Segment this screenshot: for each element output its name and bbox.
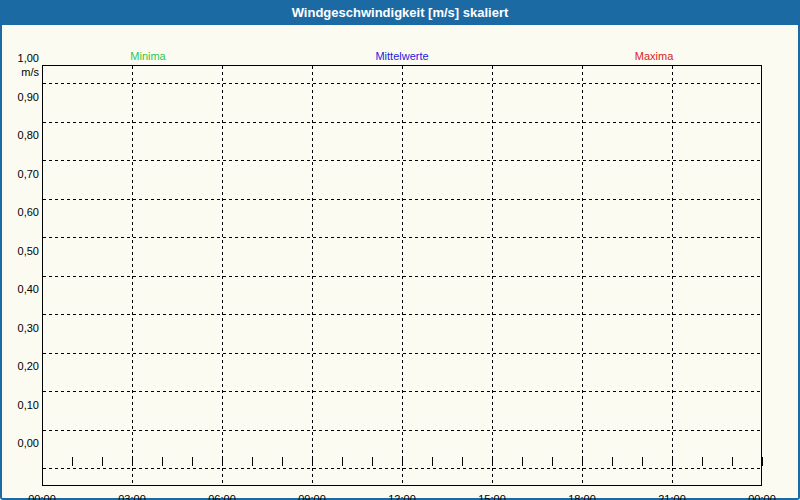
x-axis-minor-tick <box>252 457 253 466</box>
legend-maxima: Maxima <box>635 49 674 63</box>
x-axis-minor-tick <box>642 457 643 466</box>
x-axis-minor-tick <box>522 457 523 466</box>
x-axis-minor-tick <box>582 457 583 466</box>
plot-area <box>42 65 762 486</box>
x-axis-minor-tick <box>402 457 403 466</box>
x-axis-minor-tick <box>72 457 73 466</box>
x-axis-minor-tick <box>672 457 673 466</box>
x-gridline <box>492 66 493 485</box>
x-tick-time-label: 12:00 <box>367 493 437 500</box>
y-tick-label: 0,90 <box>2 90 39 104</box>
x-gridline <box>132 66 133 485</box>
x-gridline <box>672 66 673 485</box>
y-tick-label: 0,40 <box>2 282 39 296</box>
x-axis-minor-tick <box>702 457 703 466</box>
x-tick-time-label: 15:00 <box>457 493 527 500</box>
x-axis-minor-tick <box>732 457 733 466</box>
chart-panel: Minima Mittelwerte Maxima m/s 1,000,900,… <box>0 25 800 500</box>
x-axis-minor-tick <box>132 457 133 466</box>
x-axis-minor-tick <box>552 457 553 466</box>
y-tick-label: 1,00 <box>2 51 39 65</box>
y-tick-label: 0,00 <box>2 436 39 450</box>
x-axis-minor-tick <box>462 457 463 466</box>
x-axis-minor-tick <box>612 457 613 466</box>
chart-window: Windgeschwindigkeit [m/s] skaliert Minim… <box>0 0 800 500</box>
y-axis-unit-label: m/s <box>2 65 39 79</box>
x-tick-time-label: 03:00 <box>97 493 167 500</box>
y-tick-label: 0,30 <box>2 321 39 335</box>
x-gridline <box>222 66 223 485</box>
x-gridline <box>582 66 583 485</box>
y-tick-label: 0,20 <box>2 359 39 373</box>
x-axis-minor-tick <box>102 457 103 466</box>
y-tick-label: 0,80 <box>2 128 39 142</box>
x-axis-minor-tick <box>372 457 373 466</box>
x-axis-minor-tick <box>282 457 283 466</box>
x-axis-minor-tick <box>42 457 43 466</box>
y-tick-label: 0,50 <box>2 244 39 258</box>
x-gridline <box>402 66 403 485</box>
x-tick-time-label: 00:00 <box>7 493 77 500</box>
x-axis-minor-tick <box>162 457 163 466</box>
x-axis-minor-tick <box>312 457 313 466</box>
y-tick-label: 0,60 <box>2 205 39 219</box>
x-tick-time-label: 06:00 <box>187 493 257 500</box>
x-axis-minor-tick <box>432 457 433 466</box>
x-axis-minor-tick <box>762 457 763 466</box>
x-axis-minor-tick <box>222 457 223 466</box>
x-gridline <box>312 66 313 485</box>
x-axis-minor-tick <box>192 457 193 466</box>
window-title: Windgeschwindigkeit [m/s] skaliert <box>0 0 800 25</box>
legend-minima: Minima <box>130 49 165 63</box>
x-tick-time-label: 00:00 <box>727 493 797 500</box>
x-tick-time-label: 21:00 <box>637 493 707 500</box>
legend-mittelwerte: Mittelwerte <box>375 49 428 63</box>
y-tick-label: 0,10 <box>2 398 39 412</box>
y-tick-label: 0,70 <box>2 167 39 181</box>
x-tick-time-label: 09:00 <box>277 493 347 500</box>
x-axis-minor-tick <box>492 457 493 466</box>
x-axis-minor-tick <box>342 457 343 466</box>
x-tick-time-label: 18:00 <box>547 493 617 500</box>
